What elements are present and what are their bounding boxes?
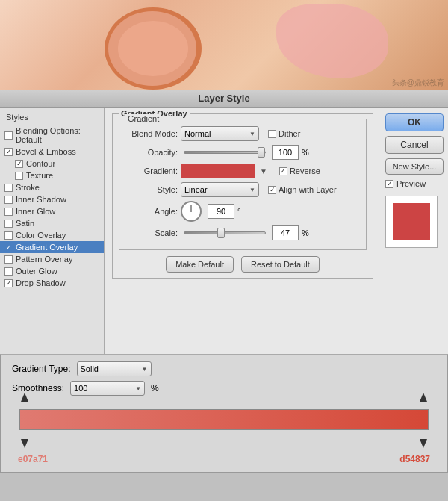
smoothness-label: Smoothness:: [12, 383, 64, 393]
scale-unit: %: [302, 228, 309, 237]
gradient-swatch[interactable]: [181, 164, 255, 178]
gradient-type-arrow: ▼: [142, 366, 148, 373]
sidebar-item-color-overlay[interactable]: Color Overlay: [0, 229, 104, 241]
reverse-checkbox[interactable]: [279, 167, 287, 175]
align-with-layer-checkbox[interactable]: [268, 186, 276, 194]
gradient-type-value: Solid: [81, 364, 99, 373]
sidebar-item-gradient-overlay[interactable]: Gradient Overlay: [0, 241, 104, 253]
gradient-arrow[interactable]: ▼: [260, 167, 267, 175]
smoothness-select[interactable]: 100 ▼: [70, 381, 145, 396]
make-default-button[interactable]: Make Default: [166, 256, 234, 273]
satin-label: Satin: [16, 219, 34, 228]
blend-mode-select[interactable]: Normal ▼: [181, 126, 259, 141]
scale-input[interactable]: [272, 225, 299, 240]
styles-title: Styles: [0, 111, 104, 125]
style-arrow: ▼: [249, 187, 255, 193]
ok-button[interactable]: OK: [385, 113, 444, 131]
new-style-button[interactable]: New Style...: [385, 158, 444, 175]
gradient-overlay-label: Gradient Overlay: [16, 243, 78, 252]
color-overlay-checkbox[interactable]: [4, 231, 13, 240]
pattern-overlay-label: Pattern Overlay: [16, 255, 72, 264]
sidebar-item-blending-options[interactable]: Blending Options: Default: [0, 125, 104, 146]
stroke-label: Stroke: [16, 183, 40, 192]
dialog-title: Layer Style: [198, 93, 249, 104]
gradient-bar-container: [19, 400, 429, 441]
style-select[interactable]: Linear ▼: [181, 182, 259, 197]
main-content-area: Gradient Overlay Gradient Blend Mode: No…: [105, 108, 381, 354]
drop-shadow-checkbox[interactable]: [4, 279, 13, 287]
blending-options-checkbox[interactable]: [4, 131, 13, 140]
texture-checkbox[interactable]: [15, 172, 23, 180]
smoothness-unit: %: [151, 383, 159, 393]
sidebar-item-satin[interactable]: Satin: [0, 217, 104, 229]
right-panel: OK Cancel New Style... Preview: [381, 108, 448, 354]
angle-row: Angle: °: [125, 201, 360, 222]
angle-input[interactable]: [208, 204, 234, 219]
gradient-row: Gradient: ▼ Reverse: [125, 164, 360, 178]
scale-label: Scale:: [125, 228, 178, 237]
gradient-bar[interactable]: [19, 409, 429, 430]
top-image-area: 头条@鼎锐教育: [0, 0, 448, 90]
sidebar-item-stroke[interactable]: Stroke: [0, 181, 104, 193]
gradient-stop-bottom-right[interactable]: [420, 439, 427, 448]
blend-mode-label: Blend Mode:: [125, 129, 178, 138]
dither-container: Dither: [268, 129, 300, 138]
dither-checkbox[interactable]: [268, 130, 276, 138]
reset-to-default-button[interactable]: Reset to Default: [241, 256, 320, 273]
sidebar-item-contour[interactable]: Contour: [0, 158, 104, 169]
contour-checkbox[interactable]: [15, 160, 23, 168]
pattern-overlay-checkbox[interactable]: [4, 255, 13, 264]
gradient-type-select[interactable]: Solid ▼: [77, 361, 152, 376]
color-labels: e07a71 d54837: [12, 454, 436, 464]
preview-label-text: Preview: [396, 179, 426, 188]
satin-checkbox[interactable]: [4, 220, 13, 228]
sidebar-item-pattern-overlay[interactable]: Pattern Overlay: [0, 253, 104, 265]
scale-thumb[interactable]: [217, 228, 225, 238]
dither-label: Dither: [279, 129, 300, 138]
inner-glow-label: Inner Glow: [16, 207, 55, 216]
smoothness-row: Smoothness: 100 ▼ %: [12, 381, 436, 396]
opacity-input[interactable]: [272, 145, 299, 160]
angle-control[interactable]: [181, 201, 202, 222]
drop-shadow-label: Drop Shadow: [16, 278, 66, 287]
left-panel: Styles Blending Options: Default Bevel &…: [0, 108, 105, 354]
top-stops-area: [19, 400, 429, 409]
preview-checkbox[interactable]: [385, 180, 393, 188]
outer-glow-checkbox[interactable]: [4, 267, 13, 276]
color-label-left: e07a71: [18, 454, 48, 464]
dialog-body: Styles Blending Options: Default Bevel &…: [0, 108, 448, 354]
sidebar-item-bevel-emboss[interactable]: Bevel & Emboss: [0, 146, 104, 158]
sidebar-item-outer-glow[interactable]: Outer Glow: [0, 265, 104, 277]
stroke-checkbox[interactable]: [4, 184, 13, 192]
bevel-emboss-checkbox[interactable]: [4, 148, 13, 156]
gradient-sub-section-label: Gradient: [125, 114, 161, 123]
angle-indicator: [191, 205, 192, 212]
scale-slider[interactable]: [184, 231, 266, 234]
sidebar-item-drop-shadow[interactable]: Drop Shadow: [0, 277, 104, 289]
smoothness-value: 100: [74, 384, 87, 393]
inner-glow-checkbox[interactable]: [4, 208, 13, 216]
angle-label: Angle:: [125, 207, 178, 216]
gradient-label: Gradient:: [125, 167, 178, 175]
color-overlay-label: Color Overlay: [16, 231, 66, 240]
sidebar-item-inner-shadow[interactable]: Inner Shadow: [0, 193, 104, 205]
preview-box: [385, 196, 438, 248]
contour-label: Contour: [26, 159, 55, 168]
scale-row: Scale: %: [125, 225, 360, 240]
action-buttons: Make Default Reset to Default: [119, 256, 367, 273]
cancel-button[interactable]: Cancel: [385, 136, 444, 154]
gradient-stop-bottom-left[interactable]: [21, 439, 28, 448]
inner-shadow-label: Inner Shadow: [16, 195, 66, 204]
opacity-unit: %: [302, 148, 309, 157]
opacity-thumb[interactable]: [258, 147, 265, 158]
inner-shadow-checkbox[interactable]: [4, 196, 13, 204]
blending-options-label: Blending Options: Default: [16, 126, 98, 144]
gradient-overlay-checkbox[interactable]: [4, 243, 13, 252]
angle-unit: °: [237, 207, 240, 216]
gradient-type-row: Gradient Type: Solid ▼: [12, 361, 436, 376]
style-value: Linear: [184, 185, 208, 194]
sidebar-item-texture[interactable]: Texture: [0, 169, 104, 181]
sidebar-item-inner-glow[interactable]: Inner Glow: [0, 205, 104, 217]
reverse-label: Reverse: [290, 167, 320, 175]
opacity-slider[interactable]: [184, 151, 266, 154]
